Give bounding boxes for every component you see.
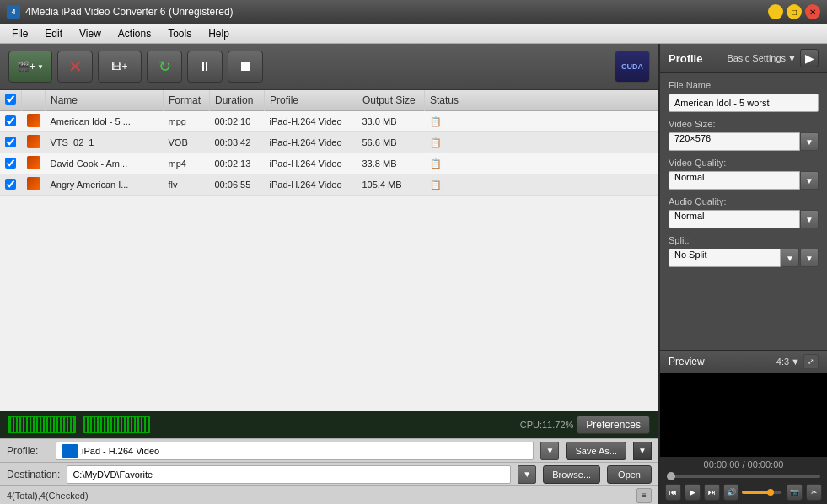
row-checkbox-cell[interactable] (0, 153, 22, 174)
cuda-button[interactable]: CUDA (615, 51, 650, 83)
right-panel-scroll: File Name: Video Size: 720×576 ▼ Video Q… (660, 73, 827, 350)
col-output-size[interactable]: Output Size (357, 90, 425, 111)
save-as-button[interactable]: Save As... (566, 442, 626, 460)
profile-select[interactable]: iPad - H.264 Video (56, 442, 534, 460)
basic-settings-toggle[interactable]: Basic Settings ▼ (727, 53, 797, 63)
video-size-row: 720×576 ▼ (669, 132, 819, 151)
split-label: Split: (669, 235, 819, 245)
file-type-icon (27, 114, 40, 127)
remove-button[interactable]: ✕ (57, 51, 93, 83)
row-icon-cell (22, 174, 46, 196)
row-format: flv (164, 174, 210, 196)
profile-icon (62, 444, 78, 458)
profile-dropdown-arrow[interactable]: ▼ (540, 442, 559, 460)
row-name: Angry American I... (46, 174, 164, 196)
col-status[interactable]: Status (425, 90, 658, 111)
menu-view[interactable]: View (71, 26, 110, 41)
menu-help[interactable]: Help (200, 26, 238, 41)
file-name-label: File Name: (669, 80, 819, 90)
video-quality-select[interactable]: Normal (669, 171, 800, 190)
add-folder-button[interactable]: 🎞+ (98, 51, 142, 83)
audio-quality-select[interactable]: Normal (669, 210, 800, 228)
menu-bar: File Edit View Actions Tools Help (0, 24, 827, 44)
col-profile[interactable]: Profile (265, 90, 357, 111)
col-format[interactable]: Format (164, 90, 210, 111)
preview-time: 00:00:00 / 00:00:00 (660, 457, 827, 472)
left-panel: 🎬+ ▼ ✕ 🎞+ ↻ ⏸ ⏹ CUDA (0, 44, 658, 504)
split-dropdown-arrow[interactable]: ▼ (781, 249, 799, 267)
file-list-area: Name Format Duration Profile Output Size… (0, 90, 658, 411)
add-dropdown-arrow[interactable]: ▼ (37, 63, 44, 71)
destination-input[interactable] (67, 465, 511, 484)
add-video-button[interactable]: 🎬+ ▼ (8, 51, 52, 83)
table-row: American Idol - 5 ... mpg 00:02:10 iPad-… (0, 111, 658, 132)
volume-icon[interactable]: 🔊 (723, 484, 739, 501)
menu-actions[interactable]: Actions (110, 26, 159, 41)
row-profile: iPad-H.264 Video (265, 174, 357, 196)
video-quality-label: Video Quality: (669, 158, 819, 168)
preview-header: Preview 4:3 ▼ ⤢ (660, 350, 827, 373)
row-checkbox-cell[interactable] (0, 174, 22, 196)
col-name[interactable]: Name (46, 90, 164, 111)
row-checkbox-cell[interactable] (0, 132, 22, 153)
row-duration: 00:06:55 (210, 174, 265, 196)
ratio-value: 4:3 (776, 357, 789, 367)
play-button[interactable]: ▶ (685, 484, 701, 501)
menu-edit[interactable]: Edit (36, 26, 71, 41)
video-size-select[interactable]: 720×576 (669, 132, 800, 151)
pause-button[interactable]: ⏸ (187, 51, 223, 83)
menu-tools[interactable]: Tools (159, 26, 200, 41)
expand-right-panel-button[interactable]: ▶ (800, 49, 819, 67)
waveform-visualization-2 (83, 416, 150, 433)
play-to-end-button[interactable]: ⏭ (704, 484, 720, 501)
pause-icon: ⏸ (198, 59, 212, 74)
row-output-size: 105.4 MB (357, 174, 425, 196)
row-3-checkbox[interactable] (5, 158, 16, 169)
seek-track[interactable] (667, 475, 820, 478)
video-quality-value: Normal (674, 172, 704, 182)
col-checkbox[interactable] (0, 90, 22, 111)
select-all-checkbox[interactable] (5, 94, 16, 105)
row-profile: iPad-H.264 Video (265, 153, 357, 174)
clip-button[interactable]: ✂ (806, 484, 822, 501)
video-size-dropdown-arrow[interactable]: ▼ (800, 132, 819, 151)
row-icon-cell (22, 153, 46, 174)
maximize-button[interactable]: □ (787, 4, 802, 19)
audio-quality-row: Normal ▼ (669, 210, 819, 228)
play-to-start-button[interactable]: ⏮ (665, 484, 681, 501)
minimize-button[interactable]: – (768, 4, 783, 19)
preview-seek-bar[interactable] (660, 472, 827, 480)
status-detail-button[interactable]: ≡ (636, 488, 652, 503)
row-profile: iPad-H.264 Video (265, 111, 357, 132)
volume-track[interactable] (742, 491, 781, 494)
row-4-checkbox[interactable] (5, 179, 16, 190)
toolbar: 🎬+ ▼ ✕ 🎞+ ↻ ⏸ ⏹ CUDA (0, 44, 658, 90)
browse-button[interactable]: Browse... (543, 465, 600, 484)
preview-section: Preview 4:3 ▼ ⤢ 00:00:00 / 00:00:00 ⏮ ▶ … (660, 350, 827, 504)
video-quality-dropdown-arrow[interactable]: ▼ (800, 171, 819, 190)
file-name-input[interactable] (669, 94, 819, 112)
split-extra-arrow[interactable]: ▼ (800, 249, 819, 267)
preview-ratio[interactable]: 4:3 ▼ (776, 357, 800, 367)
split-select[interactable]: No Split (669, 249, 781, 267)
row-checkbox-cell[interactable] (0, 111, 22, 132)
destination-dropdown-arrow[interactable]: ▼ (518, 465, 536, 484)
preview-fullscreen-button[interactable]: ⤢ (803, 354, 819, 369)
row-2-checkbox[interactable] (5, 137, 16, 147)
row-1-checkbox[interactable] (5, 115, 16, 126)
save-as-dropdown-arrow[interactable]: ▼ (633, 442, 652, 460)
close-button[interactable]: ✕ (805, 4, 820, 19)
preferences-button[interactable]: Preferences (577, 416, 650, 434)
audio-quality-dropdown-arrow[interactable]: ▼ (800, 210, 819, 228)
convert-button[interactable]: ↻ (147, 51, 182, 83)
status-icon: 📋 (430, 158, 442, 169)
menu-file[interactable]: File (3, 26, 36, 41)
open-button[interactable]: Open (607, 465, 652, 484)
col-duration[interactable]: Duration (210, 90, 265, 111)
row-status: 📋 (425, 174, 658, 196)
profile-row: Profile: iPad - H.264 Video ▼ Save As...… (0, 438, 658, 462)
remove-icon: ✕ (68, 56, 83, 77)
stop-button[interactable]: ⏹ (228, 51, 263, 83)
audio-quality-value: Normal (674, 211, 704, 221)
screenshot-button[interactable]: 📷 (787, 484, 803, 501)
